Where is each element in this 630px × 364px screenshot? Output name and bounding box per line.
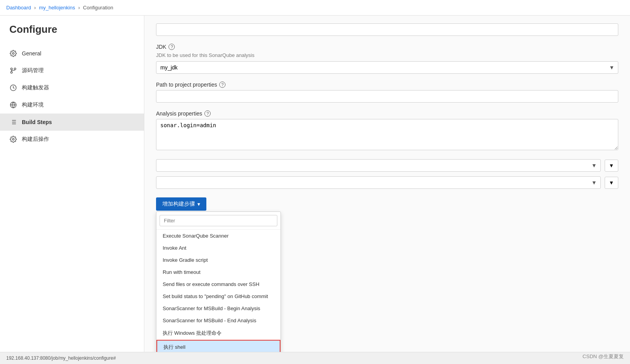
- jdk-label: JDK ?: [156, 44, 618, 50]
- add-step-chevron-icon: ▾: [197, 201, 200, 207]
- step2-expand-button[interactable]: ▼: [605, 177, 618, 189]
- svg-point-1: [11, 71, 12, 73]
- svg-point-3: [14, 68, 16, 70]
- sidebar-item-env-label: 构建环境: [22, 101, 44, 108]
- jdk-select-wrapper: my_jdk (System Default) ▼: [156, 61, 618, 74]
- top-input[interactable]: [156, 23, 618, 36]
- sidebar-item-post-build-label: 构建后操作: [22, 136, 49, 143]
- list-icon: [9, 118, 17, 126]
- step-select-1[interactable]: [156, 159, 601, 172]
- add-step-button[interactable]: 增加构建步骤 ▾: [156, 197, 206, 211]
- step-row-1: ▼ ▼: [156, 159, 618, 172]
- breadcrumb: Dashboard › my_hellojenkins › Configurat…: [0, 0, 630, 16]
- jdk-sublabel: JDK to be used for this SonarQube analys…: [156, 52, 618, 58]
- dropdown-item-run-timeout[interactable]: Run with timeout: [156, 266, 280, 278]
- sidebar-item-triggers[interactable]: 构建触发器: [0, 79, 144, 96]
- path-group: Path to project properties ?: [156, 82, 618, 103]
- svg-point-2: [11, 68, 12, 70]
- add-step-label: 增加构建步骤: [162, 201, 195, 208]
- analysis-group: Analysis properties ? sonar.login=admin: [156, 110, 618, 151]
- svg-point-0: [12, 53, 14, 55]
- analysis-textarea[interactable]: sonar.login=admin: [156, 119, 618, 150]
- sidebar-item-post-build[interactable]: 构建后操作: [0, 131, 144, 148]
- sidebar-item-env[interactable]: 构建环境: [0, 96, 144, 114]
- csdn-watermark: CSDN @生夏夏复: [582, 353, 624, 360]
- svg-point-13: [12, 138, 14, 140]
- analysis-help-icon[interactable]: ?: [204, 110, 211, 117]
- step-dropdown: Execute SonarQube Scanner Invoke Ant Inv…: [156, 211, 281, 352]
- step1-expand-button[interactable]: ▼: [605, 160, 618, 172]
- status-bar: 192.168.40.137:8080/job/my_hellojenkins/…: [0, 352, 630, 364]
- dropdown-item-exec-windows[interactable]: 执行 Windows 批处理命令: [156, 327, 280, 340]
- dropdown-item-set-build-status[interactable]: Set build status to "pending" on GitHub …: [156, 290, 280, 302]
- right-panel: JDK ? JDK to be used for this SonarQube …: [144, 16, 630, 352]
- sidebar-title: Configure: [0, 23, 144, 45]
- jdk-group: JDK ? JDK to be used for this SonarQube …: [156, 44, 618, 74]
- dropdown-item-sonarscanner-end[interactable]: SonarScanner for MSBuild - End Analysis: [156, 314, 280, 327]
- dropdown-item-send-files[interactable]: Send files or execute commands over SSH: [156, 278, 280, 290]
- settings-icon: [9, 135, 17, 143]
- sidebar-item-general-label: General: [22, 50, 41, 57]
- sidebar: Configure General 源码管理 构建触发器: [0, 16, 144, 352]
- path-label: Path to project properties ?: [156, 82, 618, 88]
- sidebar-item-source[interactable]: 源码管理: [0, 62, 144, 79]
- jdk-help-icon[interactable]: ?: [169, 44, 175, 50]
- sidebar-item-build-steps[interactable]: Build Steps: [0, 114, 144, 131]
- path-input[interactable]: [156, 90, 618, 103]
- breadcrumb-dashboard[interactable]: Dashboard: [6, 5, 31, 11]
- gear-icon: [9, 50, 17, 57]
- breadcrumb-sep2: ›: [78, 5, 80, 11]
- jdk-select[interactable]: my_jdk (System Default): [156, 61, 618, 74]
- dropdown-item-exec-shell[interactable]: 执行 shell: [156, 340, 280, 352]
- filter-input[interactable]: [160, 215, 277, 226]
- sidebar-item-build-steps-label: Build Steps: [22, 119, 52, 125]
- status-url: 192.168.40.137:8080/job/my_hellojenkins/…: [6, 355, 116, 361]
- sidebar-item-source-label: 源码管理: [22, 67, 44, 74]
- step-select-wrapper-2: ▼: [156, 176, 601, 189]
- dropdown-item-invoke-gradle[interactable]: Invoke Gradle script: [156, 254, 280, 266]
- sidebar-item-triggers-label: 构建触发器: [22, 84, 49, 91]
- path-help-icon[interactable]: ?: [219, 82, 225, 88]
- dropdown-item-execute-sonarqube[interactable]: Execute SonarQube Scanner: [156, 230, 280, 242]
- fork-icon: [9, 67, 17, 75]
- step-select-wrapper-1: ▼: [156, 159, 601, 172]
- filter-wrapper: [156, 212, 280, 230]
- step-row-2: ▼ ▼: [156, 176, 618, 189]
- breadcrumb-sep1: ›: [34, 5, 36, 11]
- analysis-label: Analysis properties ?: [156, 110, 618, 117]
- add-step-container: 增加构建步骤 ▾ Execute SonarQube Scanner Invok…: [156, 197, 206, 211]
- step-select-2[interactable]: [156, 176, 601, 189]
- globe-icon: [9, 101, 17, 109]
- breadcrumb-current: Configuration: [83, 5, 113, 11]
- dropdown-item-sonarscanner-begin[interactable]: SonarScanner for MSBuild - Begin Analysi…: [156, 302, 280, 314]
- sidebar-item-general[interactable]: General: [0, 45, 144, 62]
- clock-icon: [9, 84, 17, 92]
- dropdown-item-invoke-ant[interactable]: Invoke Ant: [156, 242, 280, 254]
- breadcrumb-project[interactable]: my_hellojenkins: [39, 5, 75, 11]
